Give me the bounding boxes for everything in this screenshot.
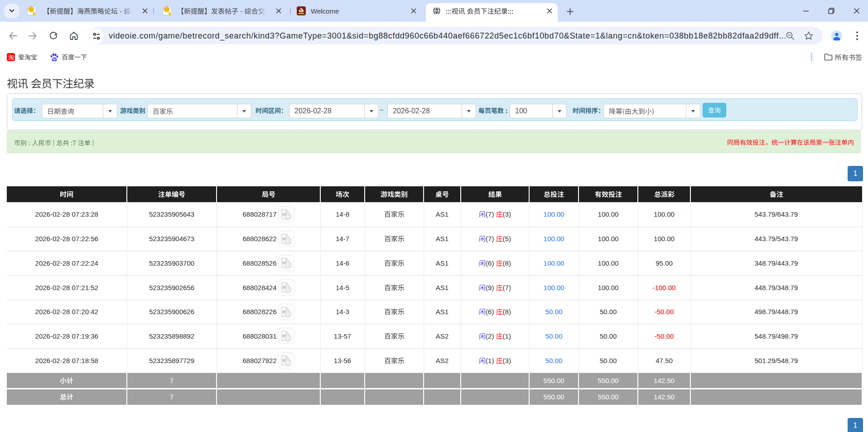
svg-text:du: du [53, 58, 57, 61]
